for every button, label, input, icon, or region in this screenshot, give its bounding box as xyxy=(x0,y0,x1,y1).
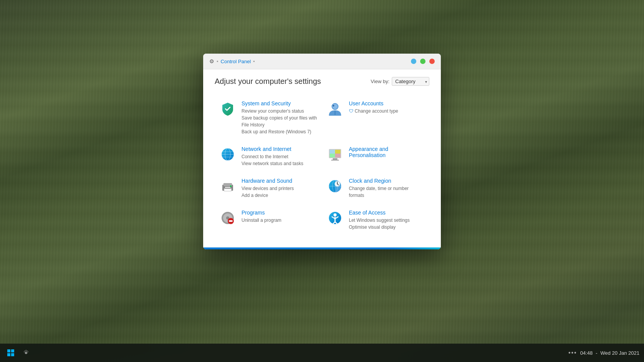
appearance-icon xyxy=(327,146,343,163)
title-bar: ⚙ • Control Panel • xyxy=(203,54,441,69)
programs-name[interactable]: Programs xyxy=(242,210,281,216)
breadcrumb-label[interactable]: Control Panel xyxy=(221,59,251,64)
svg-rect-3 xyxy=(11,353,14,356)
category-system-security[interactable]: System and Security Review your computer… xyxy=(215,95,322,141)
user-accounts-text: User Accounts 🛡 Change account type xyxy=(349,100,398,115)
minimize-button[interactable] xyxy=(411,59,416,64)
svg-rect-38 xyxy=(229,220,233,222)
hardware-sound-name[interactable]: Hardware and Sound xyxy=(242,178,294,184)
window-content: Adjust your computer's settings View by:… xyxy=(203,69,441,247)
category-network-internet[interactable]: Network and Internet Connect to the Inte… xyxy=(215,141,322,172)
user-accounts-icon xyxy=(327,100,343,117)
window-bottom-bar xyxy=(203,247,441,249)
taskbar-dots: ••• xyxy=(568,349,577,356)
svg-point-26 xyxy=(230,185,232,187)
svg-rect-19 xyxy=(333,158,337,160)
svg-rect-0 xyxy=(7,349,10,352)
user-accounts-name[interactable]: User Accounts xyxy=(349,100,398,106)
view-by-container: View by: Category Large icons Small icon… xyxy=(371,77,429,86)
category-user-accounts[interactable]: User Accounts 🛡 Change account type xyxy=(322,95,429,141)
network-internet-icon xyxy=(219,146,236,163)
breadcrumb-gear-icon: ⚙ xyxy=(209,58,214,64)
svg-rect-24 xyxy=(225,189,231,191)
category-hardware-sound[interactable]: Hardware and Sound View devices and prin… xyxy=(215,172,322,204)
svg-rect-16 xyxy=(335,150,340,154)
svg-rect-17 xyxy=(330,154,335,157)
ease-of-access-text: Ease of Access Let Windows suggest setti… xyxy=(349,210,410,231)
taskbar: ••• 04:48 - Wed 20 Jan 2021 xyxy=(0,344,644,362)
programs-desc: Uninstall a program xyxy=(242,217,281,224)
view-by-dropdown-wrapper[interactable]: Category Large icons Small icons xyxy=(392,77,429,86)
svg-rect-15 xyxy=(330,150,335,154)
appearance-text: Appearance and Personalisation xyxy=(349,146,425,159)
clock-region-name[interactable]: Clock and Region xyxy=(349,178,425,184)
programs-text: Programs Uninstall a program xyxy=(242,210,281,224)
breadcrumb-sep2: • xyxy=(253,59,255,64)
network-internet-name[interactable]: Network and Internet xyxy=(242,146,303,152)
svg-point-5 xyxy=(332,104,338,109)
hardware-sound-text: Hardware and Sound View devices and prin… xyxy=(242,178,294,199)
svg-point-33 xyxy=(337,183,338,184)
clock-region-text: Clock and Region Change date, time or nu… xyxy=(349,178,425,199)
category-ease-of-access[interactable]: Ease of Access Let Windows suggest setti… xyxy=(322,204,429,236)
system-security-name[interactable]: System and Security xyxy=(242,100,317,106)
clock-region-icon xyxy=(327,178,343,195)
start-button[interactable] xyxy=(5,347,17,359)
window-controls xyxy=(411,59,435,64)
hardware-sound-desc: View devices and printers Add a device xyxy=(242,185,294,199)
ease-of-access-name[interactable]: Ease of Access xyxy=(349,210,410,216)
hardware-sound-icon xyxy=(219,178,236,195)
category-programs[interactable]: Programs Uninstall a program xyxy=(215,204,322,236)
page-title: Adjust your computer's settings xyxy=(215,77,321,86)
taskbar-separator: - xyxy=(596,350,597,356)
taskbar-left xyxy=(5,347,32,359)
content-header: Adjust your computer's settings View by:… xyxy=(215,77,429,86)
svg-rect-20 xyxy=(331,160,339,161)
clock-region-desc: Change date, time or number formats xyxy=(349,185,425,199)
control-panel-window: ⚙ • Control Panel • Adjust your computer… xyxy=(203,54,441,249)
category-clock-region[interactable]: Clock and Region Change date, time or nu… xyxy=(322,172,429,204)
svg-rect-25 xyxy=(225,187,230,188)
network-internet-text: Network and Internet Connect to the Inte… xyxy=(242,146,303,167)
view-by-label: View by: xyxy=(371,79,389,84)
ease-of-access-icon xyxy=(327,210,343,226)
svg-rect-1 xyxy=(11,349,14,352)
system-security-text: System and Security Review your computer… xyxy=(242,100,317,135)
svg-point-6 xyxy=(333,105,334,106)
user-accounts-desc: 🛡 Change account type xyxy=(349,108,398,115)
taskbar-time: 04:48 xyxy=(580,350,593,356)
svg-point-40 xyxy=(334,213,337,216)
breadcrumb-sep1: • xyxy=(217,59,219,64)
category-appearance[interactable]: Appearance and Personalisation xyxy=(322,141,429,172)
categories-grid: System and Security Review your computer… xyxy=(215,95,429,236)
maximize-button[interactable] xyxy=(420,59,426,64)
close-button[interactable] xyxy=(429,59,435,64)
taskbar-right: ••• 04:48 - Wed 20 Jan 2021 xyxy=(568,349,639,356)
system-security-icon xyxy=(219,100,236,117)
taskbar-settings[interactable] xyxy=(20,347,32,359)
system-security-desc: Review your computer's status Save backu… xyxy=(242,108,317,135)
view-by-select[interactable]: Category Large icons Small icons xyxy=(392,77,429,86)
ease-of-access-desc: Let Windows suggest settings Optimise vi… xyxy=(349,217,410,231)
breadcrumb: ⚙ • Control Panel • xyxy=(209,58,255,64)
programs-icon xyxy=(219,210,236,226)
taskbar-date: Wed 20 Jan 2021 xyxy=(600,350,639,356)
network-internet-desc: Connect to the Internet View network sta… xyxy=(242,153,303,167)
svg-rect-18 xyxy=(335,154,340,157)
svg-rect-2 xyxy=(7,353,10,356)
appearance-name[interactable]: Appearance and Personalisation xyxy=(349,146,425,158)
